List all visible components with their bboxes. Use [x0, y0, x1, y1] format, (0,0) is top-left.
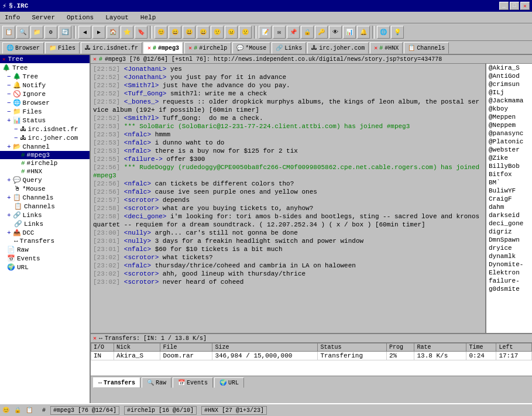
- tb-btn-10[interactable]: 🔖: [135, 26, 147, 39]
- user-antigod[interactable]: @AntiGod: [486, 72, 532, 80]
- user-neppem[interactable]: @Neppem: [486, 121, 532, 129]
- user-failure[interactable]: failure-: [486, 277, 532, 285]
- user-bm[interactable]: BM`: [486, 178, 532, 187]
- user-akira[interactable]: @Akira_S: [486, 64, 532, 72]
- tab-channels[interactable]: 📋 Channels: [404, 42, 449, 54]
- maximize-button[interactable]: □: [510, 2, 519, 10]
- user-ilj[interactable]: @ILj: [486, 88, 532, 97]
- user-kboy[interactable]: @kboy: [486, 105, 532, 113]
- user-dynomite[interactable]: Dynomite-: [486, 260, 532, 269]
- transfer-row-1[interactable]: IN Akira_S Doom.rar 346,984 / 15,000,000…: [91, 352, 532, 360]
- user-webster[interactable]: @webster: [486, 146, 532, 154]
- tab-isdnet[interactable]: 🖧 irc.isdnet.fr: [81, 42, 142, 54]
- menu-layout[interactable]: Layout: [103, 13, 131, 22]
- tree-item-tree[interactable]: − 🌲 Tree: [0, 72, 90, 81]
- user-decigone[interactable]: deci_gone: [486, 219, 532, 228]
- tree-item-transfers[interactable]: ↔ Transfers: [0, 237, 90, 245]
- user-g0dsmite[interactable]: g0dsmite: [486, 285, 532, 293]
- tab-mouse[interactable]: 💬 *Mouse: [232, 42, 270, 54]
- tb-btn-1[interactable]: 📋: [2, 26, 15, 39]
- tb-btn-22[interactable]: 🔑: [315, 26, 328, 39]
- tb-btn-19[interactable]: ✉: [273, 26, 286, 39]
- bottom-tab-transfers[interactable]: ↔ Transfers: [93, 377, 140, 388]
- tree-item-joher[interactable]: − 🖧 irc.joher.com: [0, 133, 90, 142]
- tree-item-files[interactable]: − 📁 Files: [0, 107, 90, 116]
- tb-btn-6[interactable]: ◀: [78, 26, 91, 39]
- tb-btn-8[interactable]: 🏠: [107, 26, 119, 39]
- tree-item-notify[interactable]: − 🔔 Notify: [0, 81, 90, 90]
- tb-btn-20[interactable]: 📌: [287, 26, 300, 39]
- tree-item-url[interactable]: 🌍 URL: [0, 263, 90, 271]
- tree-item-browser[interactable]: − 🌐 Browser: [0, 98, 90, 107]
- tb-btn-12[interactable]: 😄: [169, 26, 181, 39]
- tree-item-channels-folder[interactable]: + 📋 Channels: [0, 193, 90, 202]
- tb-btn-21[interactable]: 🔒: [301, 26, 314, 39]
- tree-item-irchelp[interactable]: # #irchelp: [0, 159, 90, 167]
- channel-close-icon[interactable]: ✕: [93, 56, 97, 63]
- user-darkseid[interactable]: darkseid: [486, 211, 532, 219]
- tab-close-icon-2[interactable]: ✕: [188, 44, 192, 51]
- tb-btn-2[interactable]: 🔍: [16, 26, 29, 39]
- tree-item-tree-root[interactable]: 🌲 Tree: [0, 63, 90, 72]
- tree-item-channel-folder[interactable]: + 📂 Channel: [0, 142, 90, 151]
- bottom-tab-raw[interactable]: 🔍 Raw: [142, 377, 171, 388]
- user-buliwyf[interactable]: BuliwYF: [486, 187, 532, 195]
- user-digriz[interactable]: digriz: [486, 228, 532, 236]
- tab-irchelp[interactable]: ✕ # #irchelp: [184, 42, 231, 54]
- tree-item-query[interactable]: + 💬 Query: [0, 176, 90, 184]
- close-button[interactable]: ✕: [520, 2, 530, 10]
- tb-btn-25[interactable]: 🔔: [357, 26, 370, 39]
- menu-server[interactable]: Server: [29, 13, 57, 22]
- tb-btn-17[interactable]: 🙁: [239, 26, 252, 39]
- tb-btn-16[interactable]: 😐: [225, 26, 238, 39]
- user-dynamlk[interactable]: dynamlk: [486, 252, 532, 260]
- tree-item-ignore[interactable]: − 🚫 Ignore: [0, 90, 90, 98]
- tb-btn-18[interactable]: 📝: [259, 26, 272, 39]
- tree-item-isdnet[interactable]: − 🖧 irc.isdnet.fr: [0, 125, 90, 133]
- tb-btn-23[interactable]: 👁: [329, 26, 342, 39]
- tab-files[interactable]: 📁 Files: [45, 42, 80, 54]
- chat-messages[interactable]: [22:52] <JonathanL> yes [22:52] <Jonatha…: [91, 64, 485, 333]
- tb-btn-13[interactable]: 😃: [183, 26, 195, 39]
- tab-close-icon-3[interactable]: ✕: [374, 44, 377, 51]
- user-panasync[interactable]: @panasync: [486, 129, 532, 137]
- user-bitfox[interactable]: Bitfox: [486, 170, 532, 178]
- tree-item-mpeg3[interactable]: # #mpeg3: [0, 151, 90, 159]
- tree-item-mouse[interactable]: 🖱 *Mouse: [0, 184, 90, 193]
- tree-item-dcc[interactable]: + 📤 DCC: [0, 228, 90, 237]
- tree-item-links-folder[interactable]: + 🔗 Links: [0, 211, 90, 219]
- user-craigf[interactable]: CraigF: [486, 195, 532, 203]
- tree-item-links-sub[interactable]: 🔗 Links: [0, 219, 90, 228]
- user-meppen[interactable]: @Meppen: [486, 113, 532, 121]
- tb-btn-7[interactable]: ▶: [92, 26, 105, 39]
- tree-item-status[interactable]: + 📊 Status: [0, 116, 90, 125]
- tb-btn-9[interactable]: ⭐: [121, 26, 133, 39]
- user-crimsun[interactable]: @crimsun: [486, 80, 532, 88]
- tb-btn-26[interactable]: 🌐: [377, 26, 390, 39]
- bottom-tab-url[interactable]: 🌍 URL: [214, 377, 244, 388]
- tb-btn-4[interactable]: ⚙: [44, 26, 57, 39]
- transfer-close-icon[interactable]: ✕: [93, 335, 97, 342]
- tb-btn-24[interactable]: 📊: [343, 26, 356, 39]
- user-elektron[interactable]: Elektron: [486, 269, 532, 277]
- tab-hnx[interactable]: ✕ # #HNX: [370, 42, 403, 54]
- bottom-tab-events[interactable]: 📅 Events: [173, 377, 213, 388]
- menu-options[interactable]: Options: [64, 13, 96, 22]
- tb-btn-5[interactable]: 🔄: [59, 26, 71, 39]
- tb-btn-14[interactable]: 😀: [197, 26, 210, 39]
- tab-browser[interactable]: 🌐 Browser: [2, 42, 44, 54]
- tab-joher[interactable]: 🖧 irc.joher.com: [307, 42, 369, 54]
- user-jackmama[interactable]: @Jackmama: [486, 97, 532, 105]
- user-dryice[interactable]: dryice: [486, 244, 532, 252]
- tb-btn-11[interactable]: 😊: [155, 26, 167, 39]
- tab-links[interactable]: 🔗 Links: [272, 42, 306, 54]
- menu-info[interactable]: Info: [2, 13, 22, 22]
- tree-item-hnx[interactable]: # #HNX: [0, 167, 90, 176]
- minimize-button[interactable]: _: [499, 2, 509, 10]
- tb-btn-15[interactable]: 🙂: [211, 26, 224, 39]
- tab-close-icon[interactable]: ✕: [147, 44, 151, 51]
- tree-item-channels-sub[interactable]: 📋 Channels: [0, 202, 90, 211]
- tb-btn-3[interactable]: 📁: [30, 26, 43, 39]
- user-platonic[interactable]: @Platonic: [486, 137, 532, 146]
- tree-item-events[interactable]: 📅 Events: [0, 254, 90, 263]
